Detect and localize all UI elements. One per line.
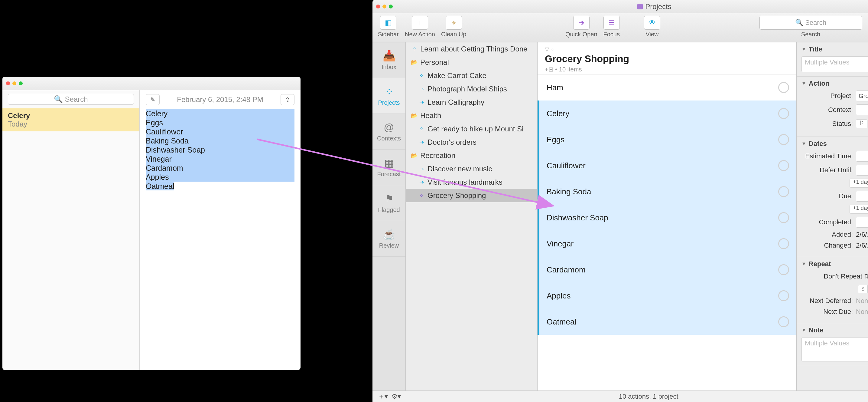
sidebar-item[interactable]: ⇢Learn Calligraphy [406, 96, 537, 109]
gear-menu-button[interactable]: ⚙▾ [392, 393, 401, 401]
tab-label: Projects [378, 99, 400, 106]
folder-icon: 📂 [410, 59, 418, 66]
inbox-icon: 📥 [383, 50, 396, 62]
checkbox-circle[interactable] [778, 82, 789, 93]
disclosure-icon[interactable]: ▼ [802, 261, 806, 267]
maximize-icon[interactable] [389, 4, 393, 8]
project-title[interactable]: Grocery Shopping [545, 53, 789, 64]
sidebar-item[interactable]: 📂Health [406, 109, 537, 122]
tab-contexts[interactable]: @Contexts [372, 114, 405, 149]
notes-list-item[interactable]: Celery Today [2, 108, 140, 132]
plus-1day-button[interactable]: +1 day [849, 179, 868, 188]
project-sidebar[interactable]: ⁘Learn about Getting Things Done📂Persona… [406, 42, 537, 391]
sidebar-item[interactable]: ⁘Get ready to hike up Mount Si [406, 122, 537, 136]
task-row[interactable]: Eggs [537, 126, 796, 152]
flag-toggle[interactable]: ⚐ [856, 119, 867, 128]
tab-forecast[interactable]: ▦Forecast [372, 149, 405, 185]
sidebar-item-label: Grocery Shopping [428, 191, 486, 200]
estimated-field[interactable] [856, 151, 868, 162]
sidebar-toggle-button[interactable]: ◧ [380, 16, 396, 30]
section-title: Title [809, 46, 823, 53]
task-row[interactable]: Cardamom [537, 257, 796, 283]
project-select[interactable]: Grocery Shopping▾ [856, 90, 868, 102]
tab-review[interactable]: ☕Review [372, 221, 405, 257]
sidebar-item[interactable]: 📂Personal [406, 56, 537, 69]
share-button[interactable]: ⇪ [281, 94, 294, 105]
disclosure-icon[interactable]: ▼ [802, 47, 806, 52]
task-row[interactable]: Dishwasher Soap [537, 205, 796, 231]
close-icon[interactable] [6, 81, 10, 85]
task-row[interactable]: Baking Soda [537, 179, 796, 205]
due-field[interactable] [856, 191, 868, 202]
task-row[interactable]: Ham [537, 75, 796, 100]
added-label: Added: [802, 231, 853, 238]
focus-button[interactable]: ☰ [603, 16, 620, 30]
task-row[interactable]: Oatmeal [537, 309, 796, 335]
maximize-icon[interactable] [19, 81, 23, 85]
sidebar-item[interactable]: 📂Recreation [406, 149, 537, 162]
notes-search-input[interactable]: 🔍 Search [8, 94, 134, 105]
sidebar-item-label: Photograph Model Ships [428, 85, 507, 93]
clean-up-button[interactable]: ⌖ [446, 16, 462, 30]
search-input[interactable]: 🔍Search [760, 16, 862, 30]
note-field[interactable]: Multiple Values [802, 337, 868, 362]
sidebar-item[interactable]: ⁘Make Carrot Cake [406, 69, 537, 82]
checkbox-circle[interactable] [778, 212, 789, 223]
context-select[interactable]: ▾ [856, 105, 868, 115]
checkbox-circle[interactable] [778, 108, 789, 119]
tab-inbox[interactable]: 📥Inbox [372, 42, 405, 78]
repeat-select[interactable]: Don't Repeat ⇅ [824, 272, 868, 280]
checkbox-circle[interactable] [778, 290, 789, 301]
task-row[interactable]: Apples [537, 283, 796, 309]
quick-open-button[interactable]: ➔ [573, 16, 590, 30]
checkbox-circle[interactable] [778, 238, 789, 249]
note-body[interactable]: CeleryEggsCauliflowerBaking SodaDishwash… [140, 109, 301, 191]
tab-label: Flagged [378, 206, 400, 213]
toolbar-label: Clean Up [441, 31, 466, 38]
sidebar-item[interactable]: ⁘Grocery Shopping [406, 189, 537, 202]
project-icon: ⇢ [418, 139, 425, 146]
checkbox-circle[interactable] [778, 160, 789, 171]
checkbox-circle[interactable] [778, 264, 789, 275]
task-row[interactable]: Vinegar [537, 231, 796, 257]
view-button[interactable]: 👁 [644, 16, 660, 30]
defer-field[interactable] [856, 165, 868, 176]
disclosure-icon[interactable]: ▼ [802, 81, 806, 86]
completed-field[interactable] [856, 217, 868, 228]
projects-icon: ⁘ [385, 85, 393, 97]
notes-titlebar[interactable] [2, 77, 301, 90]
close-icon[interactable] [376, 4, 380, 8]
task-list[interactable]: HamCeleryEggsCauliflowerBaking SodaDishw… [537, 75, 796, 391]
sidebar-item[interactable]: ⇢Photograph Model Ships [406, 82, 537, 96]
add-menu-button[interactable]: ＋▾ [378, 392, 388, 401]
meta-prefix: +⊟ • [545, 66, 557, 73]
sidebar-item[interactable]: ⇢Visit famous landmarks [406, 176, 537, 189]
tab-flagged[interactable]: ⚑Flagged [372, 185, 405, 221]
changed-label: Changed: [802, 241, 853, 250]
task-row[interactable]: Cauliflower [537, 152, 796, 179]
day-toggle[interactable]: S [858, 285, 868, 293]
sidebar-item[interactable]: ⇢Discover new music [406, 162, 537, 176]
content-area: ▽ ⁘ Grocery Shopping +⊟ • 10 items HamCe… [537, 42, 796, 391]
sidebar-item[interactable]: ⁘Learn about Getting Things Done [406, 42, 537, 56]
minimize-icon[interactable] [382, 4, 386, 8]
disclosure-icon[interactable]: ▼ [802, 327, 806, 333]
review-icon: ☕ [383, 228, 396, 240]
title-field[interactable]: Multiple Values [802, 56, 868, 72]
compose-icon: ✎ [150, 96, 155, 103]
task-row[interactable]: Celery [537, 100, 796, 126]
plus-1day-button[interactable]: +1 day [849, 205, 868, 214]
of-titlebar[interactable]: Projects [372, 0, 868, 13]
minimize-icon[interactable] [12, 81, 16, 85]
task-title: Ham [547, 83, 563, 92]
checkbox-circle[interactable] [778, 134, 789, 145]
disclosure-icon[interactable]: ▼ [802, 141, 806, 146]
checkbox-circle[interactable] [778, 186, 789, 197]
compose-button[interactable]: ✎ [146, 94, 160, 105]
tab-projects[interactable]: ⁘Projects [372, 78, 405, 114]
tab-label: Inbox [381, 63, 396, 70]
sidebar-item[interactable]: ⇢Doctor's orders [406, 136, 537, 149]
sidebar-item-label: Discover new music [428, 165, 492, 173]
new-action-button[interactable]: ＋ [412, 16, 428, 30]
checkbox-circle[interactable] [778, 316, 789, 327]
